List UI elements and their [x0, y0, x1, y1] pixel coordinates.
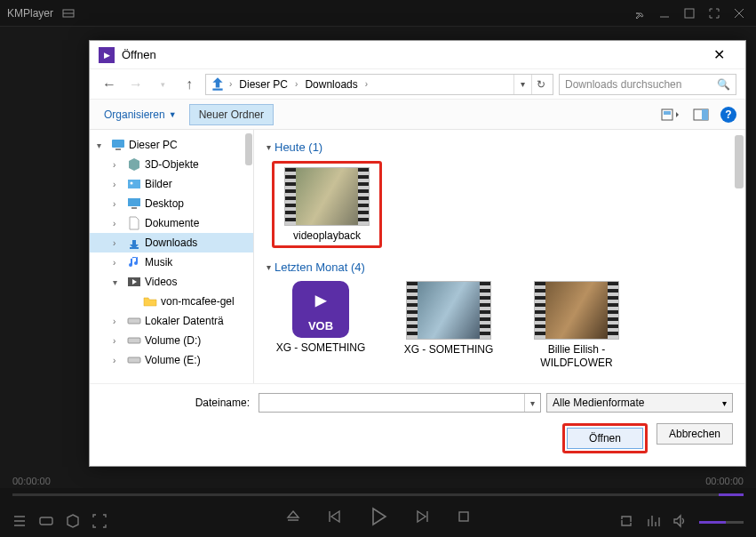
tree-item-localdisk[interactable]: ›Lokaler Datenträ [90, 311, 253, 331]
pin-icon[interactable] [630, 4, 649, 23]
tree-item-mcafee[interactable]: von-mcafee-gel [90, 292, 253, 311]
svg-rect-16 [131, 207, 137, 209]
chevron-down-icon: ▾ [97, 140, 107, 150]
group-header-lastmonth[interactable]: ▾Letzten Monat (4) [267, 260, 733, 274]
chevron-right-icon: › [113, 238, 123, 248]
kmplayer-window: KMPlayer Öffnen ✕ ← → ▾ ↑ › Dieser PC › … [0, 0, 756, 537]
equalizer-icon[interactable] [646, 514, 660, 530]
tree-item-bilder[interactable]: ›Bilder [90, 174, 253, 194]
breadcrumb-dropdown-icon[interactable]: ▾ [513, 75, 531, 94]
pictures-icon [127, 177, 141, 191]
nav-forward-icon[interactable]: → [125, 74, 147, 95]
view-mode-icon[interactable] [660, 107, 681, 123]
chevron-down-icon: ▾ [113, 277, 123, 287]
new-folder-button[interactable]: Neuer Ordner [189, 104, 274, 125]
dialog-title: Öffnen [122, 48, 156, 61]
search-placeholder: Downloads durchsuchen [565, 78, 681, 91]
nav-recent-icon[interactable]: ▾ [152, 74, 173, 95]
breadcrumb[interactable]: › Dieser PC › Downloads › ▾ ↻ [205, 74, 553, 95]
kmplayer-menu-icon[interactable] [59, 4, 78, 23]
file-item-billie[interactable]: Billie Eilish - WILDFLOWER [528, 281, 625, 369]
svg-rect-3 [685, 9, 694, 18]
chevron-down-icon: ▾ [267, 262, 271, 272]
chevron-down-icon: ▾ [267, 142, 271, 152]
vr-icon[interactable] [39, 514, 53, 530]
nav-row: ← → ▾ ↑ › Dieser PC › Downloads › ▾ ↻ Do… [90, 69, 745, 100]
help-icon[interactable]: ? [720, 107, 736, 123]
highlight-box: videoplayback [272, 161, 382, 248]
highlight-box: Öffnen [562, 423, 648, 453]
breadcrumb-refresh-icon[interactable]: ↻ [531, 75, 549, 94]
playlist-icon[interactable] [12, 514, 27, 530]
nav-up-icon[interactable]: ↑ [179, 74, 200, 95]
video-thumbnail [284, 167, 370, 226]
tree-scrollbar[interactable] [245, 133, 252, 165]
download-location-icon [210, 76, 226, 92]
svg-rect-22 [40, 517, 52, 525]
file-item-xg-video[interactable]: XG - SOMETHING [400, 281, 497, 369]
drive-icon [127, 314, 141, 328]
desktop-icon [127, 196, 141, 211]
tree-item-volume-d[interactable]: ›Volume (D:) [90, 331, 253, 350]
kmplayer-titlebar: KMPlayer [0, 0, 756, 27]
fullscreen-icon[interactable] [704, 4, 724, 23]
maximize-icon[interactable] [680, 4, 699, 23]
repeat-icon[interactable] [619, 514, 633, 530]
breadcrumb-seg-downloads[interactable]: Downloads [301, 76, 361, 92]
tree-item-dokumente[interactable]: ›Dokumente [90, 213, 253, 233]
file-list[interactable]: ▾Heute (1) videoplayback ▾Letzten Monat … [254, 130, 745, 383]
chevron-right-icon: › [113, 219, 123, 228]
chevron-right-icon: › [113, 180, 123, 189]
tree-item-desktop[interactable]: ›Desktop [90, 194, 253, 213]
tree-item-videos[interactable]: ▾Videos [90, 272, 253, 292]
file-item-xg-vob[interactable]: VOB XG - SOMETHING [272, 281, 370, 369]
close-icon[interactable] [729, 4, 749, 23]
nav-back-icon[interactable]: ← [99, 74, 120, 95]
dialog-footer: Dateiname: ▾ Alle Medienformate▾ Öffnen … [90, 383, 745, 466]
pc-icon [111, 138, 125, 152]
svg-rect-23 [459, 512, 468, 521]
group-header-today[interactable]: ▾Heute (1) [267, 140, 733, 154]
volume-slider[interactable] [699, 521, 744, 524]
play-icon[interactable] [367, 505, 390, 530]
timeline-slider[interactable] [12, 493, 744, 496]
cube3d-icon[interactable] [66, 514, 80, 530]
cancel-button[interactable]: Abbrechen [657, 423, 733, 445]
videos-icon [127, 275, 141, 289]
folder-icon [143, 294, 157, 309]
next-track-icon[interactable] [415, 509, 431, 526]
kmplayer-app-icon [99, 47, 115, 63]
chevron-right-icon: › [363, 79, 370, 89]
folder-tree[interactable]: ▾ Dieser PC ›3D-Objekte ›Bilder ›Desktop… [90, 130, 254, 383]
content-scrollbar[interactable] [735, 135, 744, 188]
breadcrumb-seg-pc[interactable]: Dieser PC [235, 76, 291, 92]
drive-icon [127, 353, 141, 367]
volume-icon[interactable] [672, 514, 687, 530]
downloads-icon [127, 236, 141, 250]
dialog-close-icon[interactable]: ✕ [701, 46, 736, 63]
svg-rect-15 [128, 198, 140, 206]
svg-rect-6 [212, 88, 222, 90]
file-type-filter[interactable]: Alle Medienformate▾ [546, 393, 733, 413]
open-button[interactable]: Öffnen [567, 428, 643, 449]
chevron-down-icon[interactable]: ▾ [524, 394, 540, 412]
prev-track-icon[interactable] [326, 509, 342, 526]
tree-item-downloads[interactable]: ›Downloads [90, 233, 253, 252]
cube-icon [127, 157, 141, 172]
filename-input[interactable]: ▾ [259, 393, 541, 413]
minimize-icon[interactable] [655, 4, 674, 23]
svg-rect-8 [664, 111, 671, 115]
tree-item-volume-e[interactable]: ›Volume (E:) [90, 350, 253, 370]
file-item-videoplayback[interactable]: videoplayback [278, 167, 376, 242]
preview-pane-icon[interactable] [690, 107, 712, 123]
kmplayer-title: KMPlayer [7, 7, 53, 20]
capture-icon[interactable] [92, 514, 107, 530]
tree-item-musik[interactable]: ›Musik [90, 252, 253, 272]
stop-icon[interactable] [456, 509, 472, 526]
tree-item-3d[interactable]: ›3D-Objekte [90, 155, 253, 174]
search-input[interactable]: Downloads durchsuchen 🔍 [559, 74, 736, 95]
documents-icon [127, 216, 141, 230]
organize-button[interactable]: Organisieren▼ [99, 106, 182, 124]
eject-icon[interactable] [285, 509, 301, 526]
tree-root-pc[interactable]: ▾ Dieser PC [90, 135, 253, 155]
